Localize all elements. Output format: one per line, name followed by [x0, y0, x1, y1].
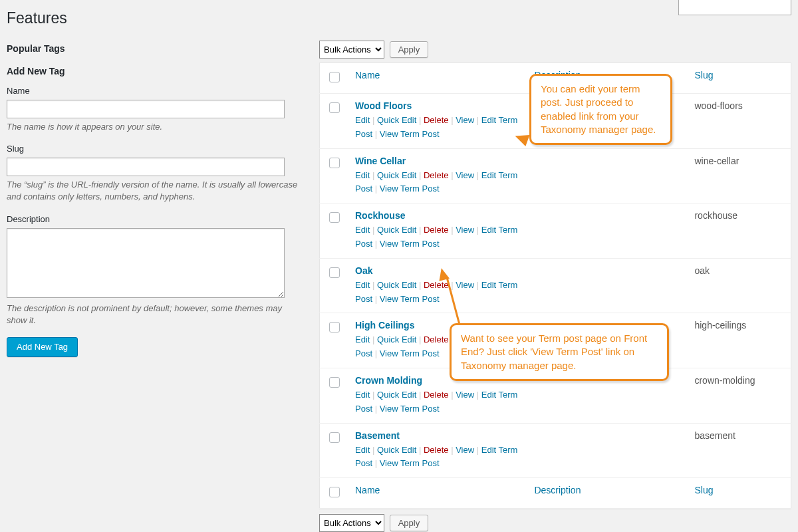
add-new-tag-heading: Add New Tag — [7, 66, 299, 76]
tag-slug-cell: crown-molding — [688, 368, 791, 423]
row-checkbox[interactable] — [329, 432, 340, 443]
tag-name-link[interactable]: Wine Cellar — [355, 156, 406, 166]
tag-name-link[interactable]: Wood Floors — [355, 100, 412, 111]
select-all-top[interactable] — [329, 72, 340, 82]
delete-link[interactable]: Delete — [424, 334, 449, 344]
view-term-post-link[interactable]: View Term Post — [380, 294, 440, 304]
search-input[interactable] — [678, 0, 791, 15]
tag-name-link[interactable]: High Ceilings — [355, 320, 414, 331]
delete-link[interactable]: Delete — [424, 445, 449, 455]
row-checkbox[interactable] — [329, 102, 340, 113]
view-term-post-link[interactable]: View Term Post — [380, 129, 440, 139]
tag-slug-cell: rockhouse — [688, 203, 791, 259]
description-hint: The description is not prominent by defa… — [7, 303, 299, 327]
view-link[interactable]: View — [456, 115, 474, 125]
row-checkbox[interactable] — [329, 322, 340, 332]
col-name-header[interactable]: Name — [355, 70, 380, 80]
table-row: BasementEdit | Quick Edit | Delete | Vie… — [320, 423, 791, 478]
edit-link[interactable]: Edit — [355, 334, 370, 344]
tag-description-cell — [527, 148, 688, 203]
quick-edit-link[interactable]: Quick Edit — [377, 445, 416, 455]
annotation-view-term: Want to see your Term post page on Front… — [450, 323, 669, 381]
tag-slug-cell: oak — [688, 258, 791, 313]
col-slug-header[interactable]: Slug — [694, 70, 713, 80]
col-slug-footer[interactable]: Slug — [694, 485, 713, 495]
tag-slug-cell: wine-cellar — [688, 148, 791, 203]
tag-slug-cell: basement — [688, 423, 791, 478]
col-name-footer[interactable]: Name — [355, 485, 380, 495]
quick-edit-link[interactable]: Quick Edit — [377, 334, 416, 344]
quick-edit-link[interactable]: Quick Edit — [377, 280, 416, 290]
view-link[interactable]: View — [456, 225, 474, 235]
row-checkbox[interactable] — [329, 158, 340, 168]
tag-description-cell — [527, 203, 688, 259]
annotation-edit-term: You can edit your term post. Just procee… — [529, 74, 672, 145]
name-label: Name — [7, 86, 299, 96]
edit-link[interactable]: Edit — [355, 445, 370, 455]
view-term-post-link[interactable]: View Term Post — [380, 184, 440, 194]
tag-name-link[interactable]: Crown Molding — [355, 375, 422, 386]
quick-edit-link[interactable]: Quick Edit — [377, 225, 416, 235]
row-checkbox[interactable] — [329, 212, 340, 223]
edit-link[interactable]: Edit — [355, 115, 370, 125]
add-tag-panel: Popular Tags Add New Tag Name The name i… — [7, 41, 299, 357]
view-term-post-link[interactable]: View Term Post — [380, 348, 440, 358]
table-row: Wine CellarEdit | Quick Edit | Delete | … — [320, 148, 791, 203]
tag-name-link[interactable]: Basement — [355, 430, 400, 441]
view-link[interactable]: View — [456, 390, 474, 400]
edit-link[interactable]: Edit — [355, 170, 370, 180]
table-row: RockhouseEdit | Quick Edit | Delete | Vi… — [320, 203, 791, 259]
slug-label: Slug — [7, 144, 299, 154]
slug-hint: The “slug” is the URL-friendly version o… — [7, 179, 299, 203]
tag-slug-cell: wood-floors — [688, 94, 791, 149]
col-desc-footer[interactable]: Description — [534, 485, 581, 495]
bulk-actions-top[interactable]: Bulk Actions — [319, 41, 384, 59]
delete-link[interactable]: Delete — [424, 280, 449, 290]
description-input[interactable] — [7, 228, 285, 298]
view-link[interactable]: View — [456, 280, 474, 290]
apply-button-bottom[interactable]: Apply — [390, 515, 429, 531]
select-all-bottom[interactable] — [329, 487, 340, 497]
edit-link[interactable]: Edit — [355, 280, 370, 290]
name-hint: The name is how it appears on your site. — [7, 121, 299, 133]
row-checkbox[interactable] — [329, 267, 340, 278]
view-link[interactable]: View — [456, 445, 474, 455]
page-title: Features — [7, 9, 791, 27]
table-row: OakEdit | Quick Edit | Delete | View | E… — [320, 258, 791, 313]
popular-tags-heading: Popular Tags — [7, 43, 299, 54]
bulk-actions-bottom[interactable]: Bulk Actions — [319, 514, 384, 532]
tag-slug-cell: high-ceilings — [688, 313, 791, 368]
delete-link[interactable]: Delete — [424, 225, 449, 235]
view-term-post-link[interactable]: View Term Post — [380, 404, 440, 414]
name-input[interactable] — [7, 100, 285, 118]
add-new-tag-button[interactable]: Add New Tag — [7, 337, 78, 357]
tag-name-link[interactable]: Rockhouse — [355, 210, 405, 221]
description-label: Description — [7, 214, 299, 224]
edit-link[interactable]: Edit — [355, 390, 370, 400]
view-term-post-link[interactable]: View Term Post — [380, 239, 440, 249]
quick-edit-link[interactable]: Quick Edit — [377, 170, 416, 180]
apply-button-top[interactable]: Apply — [390, 41, 429, 58]
delete-link[interactable]: Delete — [424, 390, 449, 400]
view-term-post-link[interactable]: View Term Post — [380, 458, 440, 468]
edit-link[interactable]: Edit — [355, 225, 370, 235]
quick-edit-link[interactable]: Quick Edit — [377, 115, 416, 125]
row-checkbox[interactable] — [329, 377, 340, 388]
tag-description-cell — [527, 258, 688, 313]
delete-link[interactable]: Delete — [424, 170, 449, 180]
tag-name-link[interactable]: Oak — [355, 265, 372, 276]
slug-input[interactable] — [7, 158, 285, 176]
view-link[interactable]: View — [456, 170, 474, 180]
quick-edit-link[interactable]: Quick Edit — [377, 390, 416, 400]
delete-link[interactable]: Delete — [424, 115, 449, 125]
tag-description-cell — [527, 423, 688, 478]
tags-table-panel: Bulk Actions Apply Name Description Slug… — [319, 41, 791, 532]
